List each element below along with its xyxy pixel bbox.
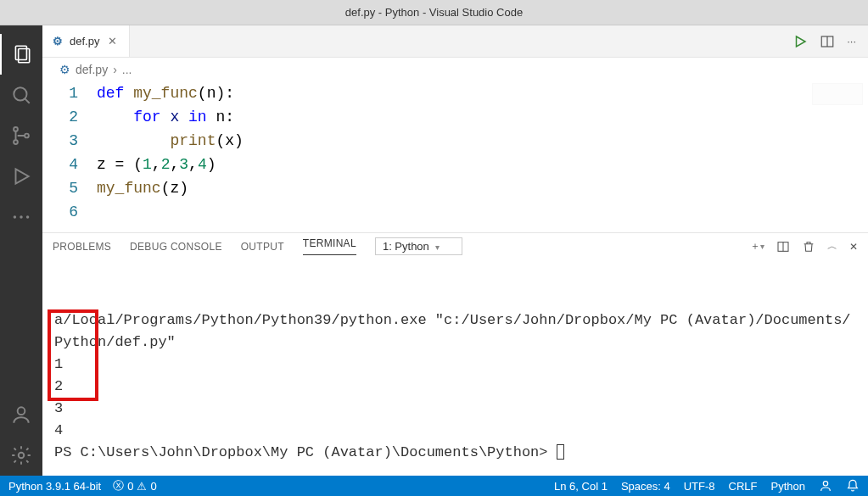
svg-point-11 (18, 407, 25, 415)
tab-debug-console[interactable]: DEBUG CONSOLE (130, 241, 222, 253)
svg-point-10 (26, 215, 29, 218)
code-editor[interactable]: 1 def my_func(n): 2 for x in n: 3 print(… (42, 78, 868, 232)
breadcrumb-more: ... (122, 63, 132, 76)
line-number: 1 (42, 81, 97, 105)
terminal-output: 1 (54, 354, 856, 376)
panel: PROBLEMS DEBUG CONSOLE OUTPUT TERMINAL 1… (42, 232, 868, 476)
tab-terminal[interactable]: TERMINAL (303, 237, 356, 255)
svg-point-18 (823, 482, 827, 486)
code-line: for x in n: (97, 105, 234, 129)
status-eol[interactable]: CRLF (729, 480, 758, 493)
status-problems[interactable]: ⓧ0 ⚠0 (113, 478, 156, 493)
terminal-selector-value: 1: Python (383, 240, 429, 253)
status-encoding[interactable]: UTF-8 (684, 480, 715, 493)
status-language-mode[interactable]: Python (771, 480, 805, 493)
status-notifications-icon[interactable] (846, 479, 860, 493)
warning-icon: ⚠ (137, 480, 147, 493)
more-icon[interactable] (0, 197, 42, 237)
tab-problems[interactable]: PROBLEMS (53, 241, 111, 253)
editor-area: ⚙ def.py ✕ ··· ⚙ def.py › ... (42, 25, 868, 476)
line-number: 4 (42, 153, 97, 176)
search-icon[interactable] (0, 75, 42, 115)
chevron-down-icon: ▾ (435, 242, 440, 252)
run-debug-icon[interactable] (0, 156, 42, 197)
tab-output[interactable]: OUTPUT (241, 241, 284, 253)
status-indentation[interactable]: Spaces: 4 (621, 480, 670, 493)
code-line: z = (1,2,3,4) (97, 153, 216, 176)
status-python-interpreter[interactable]: Python 3.9.1 64-bit (8, 480, 101, 493)
line-number: 2 (42, 105, 97, 129)
error-icon: ⓧ (113, 478, 124, 493)
more-actions-icon[interactable]: ··· (847, 35, 856, 47)
code-line (97, 200, 106, 224)
code-line: def my_func(n): (97, 81, 234, 105)
code-line: print(x) (97, 129, 244, 153)
minimap[interactable] (812, 83, 863, 105)
svg-marker-7 (16, 169, 29, 183)
split-terminal-icon[interactable] (776, 240, 790, 254)
svg-point-12 (19, 453, 25, 459)
tab-bar: ⚙ def.py ✕ ··· (42, 25, 868, 58)
run-file-icon[interactable] (792, 34, 808, 49)
svg-point-2 (14, 87, 26, 100)
panel-tabs: PROBLEMS DEBUG CONSOLE OUTPUT TERMINAL 1… (42, 233, 868, 260)
split-editor-icon[interactable] (820, 34, 835, 49)
terminal-output: 2 (54, 376, 856, 398)
close-tab-icon[interactable]: ✕ (106, 33, 119, 49)
terminal-output: 4 (54, 420, 856, 442)
status-cursor-position[interactable]: Ln 6, Col 1 (554, 480, 608, 493)
settings-gear-icon[interactable] (0, 435, 42, 476)
terminal-cursor (557, 444, 564, 460)
explorer-icon[interactable] (0, 34, 42, 75)
source-control-icon[interactable] (0, 115, 42, 156)
line-number: 3 (42, 129, 97, 153)
close-panel-icon[interactable]: ✕ (849, 241, 858, 253)
breadcrumb-file: def.py (76, 63, 108, 76)
tab-actions: ··· (792, 25, 868, 57)
code-line: my_func(z) (97, 176, 188, 200)
terminal-selector[interactable]: 1: Python ▾ (375, 237, 462, 255)
python-file-icon: ⚙ (59, 63, 70, 76)
window-titlebar: def.py - Python - Visual Studio Code (0, 0, 868, 25)
svg-point-9 (20, 215, 22, 218)
breadcrumb[interactable]: ⚙ def.py › ... (42, 58, 868, 78)
svg-point-6 (25, 134, 29, 138)
accounts-icon[interactable] (0, 394, 42, 435)
new-terminal-icon[interactable]: ＋▾ (750, 239, 764, 254)
tab-filename: def.py (70, 35, 99, 47)
status-bar: Python 3.9.1 64-bit ⓧ0 ⚠0 Ln 6, Col 1 Sp… (0, 476, 868, 496)
line-number: 6 (42, 200, 97, 224)
svg-marker-13 (797, 36, 806, 47)
python-file-icon: ⚙ (53, 35, 63, 47)
svg-point-8 (14, 215, 16, 218)
svg-line-3 (25, 98, 29, 103)
tab-def-py[interactable]: ⚙ def.py ✕ (42, 25, 130, 57)
terminal-prompt: PS C:\Users\John\Dropbox\My PC (Avatar)\… (54, 444, 557, 460)
terminal-output: 3 (54, 398, 856, 420)
activity-bar (0, 25, 42, 476)
maximize-panel-icon[interactable]: ︿ (827, 239, 837, 254)
workspace: ⚙ def.py ✕ ··· ⚙ def.py › ... (0, 25, 868, 476)
terminal-line: a/Local/Programs/Python/Python39/python.… (54, 312, 851, 350)
kill-terminal-icon[interactable] (802, 240, 815, 254)
breadcrumb-sep: › (113, 63, 117, 76)
svg-point-5 (14, 140, 18, 144)
window-title: def.py - Python - Visual Studio Code (345, 6, 523, 19)
svg-point-4 (14, 127, 18, 131)
status-feedback-icon[interactable] (819, 479, 832, 493)
line-number: 5 (42, 176, 97, 200)
terminal[interactable]: a/Local/Programs/Python/Python39/python.… (42, 260, 868, 476)
